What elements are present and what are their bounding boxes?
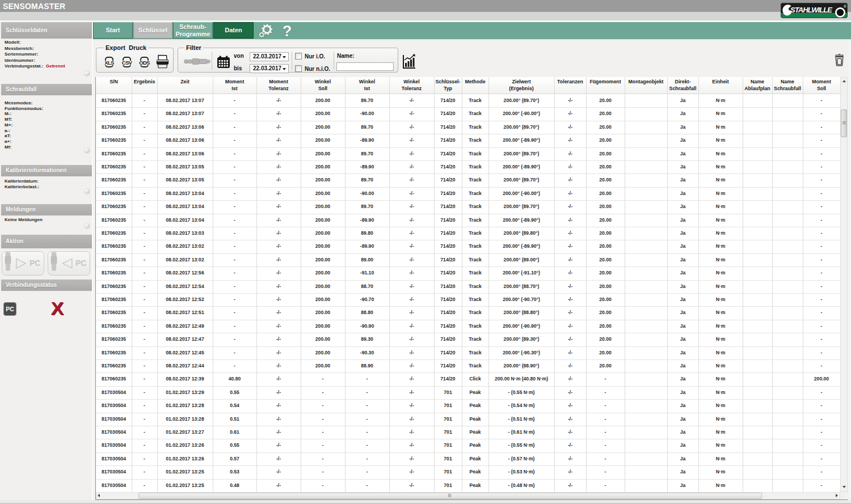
svg-text:?: ?: [283, 23, 292, 39]
svg-text:STAHLWILLE: STAHLWILLE: [790, 6, 832, 14]
svg-text:®: ®: [844, 5, 846, 9]
